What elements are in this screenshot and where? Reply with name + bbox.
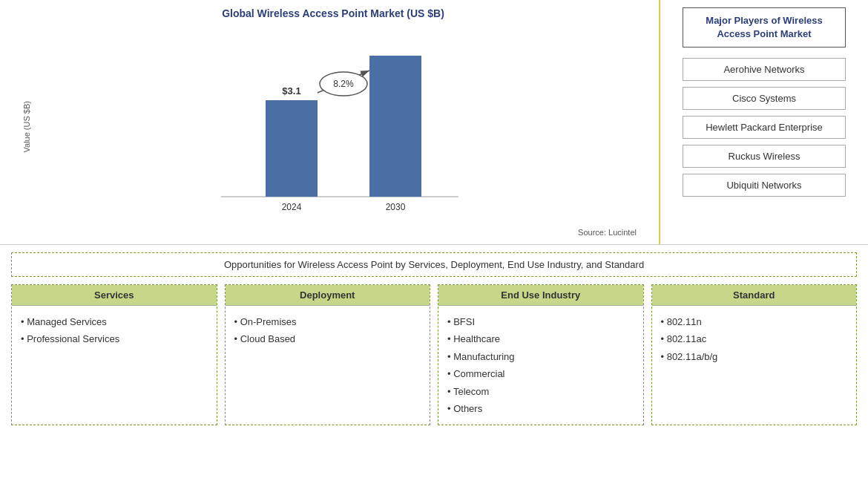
cagr-label: 8.2% [333, 79, 354, 89]
column-content-services: • Managed Services • Professional Servic… [12, 306, 217, 356]
column-header-deployment: Deployment [226, 285, 430, 306]
source-text: Source: Lucintel [578, 228, 637, 237]
player-item-ubiquiti: Ubiquiti Networks [683, 174, 846, 197]
column-content-deployment: • On-Premises • Cloud Based [226, 306, 430, 356]
column-content-end-use: • BFSI • Healthcare • Manufacturing • Co… [438, 306, 643, 425]
end-use-item-4: • Telecom [447, 383, 634, 400]
service-item-1: • Professional Services [21, 330, 208, 347]
players-title: Major Players of Wireless Access Point M… [683, 7, 846, 48]
bar-2024 [266, 100, 318, 197]
column-deployment: Deployment • On-Premises • Cloud Based [225, 284, 431, 425]
end-use-item-0: • BFSI [447, 313, 634, 330]
column-header-end-use: End Use Industry [438, 285, 643, 306]
player-item-cisco: Cisco Systems [683, 87, 846, 110]
column-end-use: End Use Industry • BFSI • Healthcare • M… [438, 284, 644, 425]
standard-item-2: • 802.11a/b/g [661, 348, 848, 365]
column-services: Services • Managed Services • Profession… [11, 284, 217, 425]
main-container: Global Wireless Access Point Market (US … [0, 0, 868, 478]
opportunities-title: Opportunities for Wireless Access Point … [11, 252, 857, 277]
bar-value-2024: $3.1 [282, 85, 300, 96]
bar-chart: $3.1 2024 $5.0 2030 8.2% [36, 56, 644, 219]
bar-year-2024: 2024 [282, 202, 302, 212]
service-item-0: • Managed Services [21, 313, 208, 330]
end-use-item-3: • Commercial [447, 365, 634, 382]
column-standard: Standard • 802.11n • 802.11ac • 802.11a/… [651, 284, 858, 425]
column-header-standard: Standard [652, 285, 857, 306]
columns-row: Services • Managed Services • Profession… [11, 284, 857, 425]
y-axis-label: Value (US $B) [22, 101, 31, 153]
column-content-standard: • 802.11n • 802.11ac • 802.11a/b/g [652, 306, 857, 373]
player-item-aerohive: Aerohive Networks [683, 58, 846, 81]
standard-item-1: • 802.11ac [661, 330, 848, 347]
end-use-item-1: • Healthcare [447, 330, 634, 347]
top-section: Global Wireless Access Point Market (US … [0, 0, 868, 245]
bottom-section: Opportunities for Wireless Access Point … [0, 245, 868, 478]
player-item-hewlett: Hewlett Packard Enterprise [683, 116, 846, 139]
bar-year-2030: 2030 [386, 202, 406, 212]
deployment-item-1: • Cloud Based [234, 330, 421, 347]
end-use-item-2: • Manufacturing [447, 348, 634, 365]
players-panel: Major Players of Wireless Access Point M… [660, 0, 868, 244]
standard-item-0: • 802.11n [661, 313, 848, 330]
column-header-services: Services [12, 285, 217, 306]
chart-area: Global Wireless Access Point Market (US … [0, 0, 660, 244]
bar-2030 [369, 56, 421, 197]
deployment-item-0: • On-Premises [234, 313, 421, 330]
chart-title: Global Wireless Access Point Market (US … [222, 7, 444, 19]
player-item-ruckus: Ruckus Wireless [683, 145, 846, 168]
end-use-item-5: • Others [447, 400, 634, 417]
